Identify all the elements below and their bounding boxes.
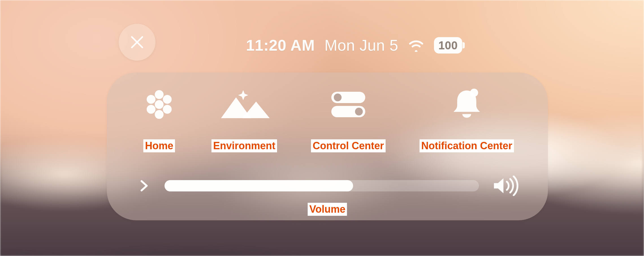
volume-slider[interactable] (165, 180, 479, 191)
panel-item-label: Environment (211, 139, 277, 152)
status-bar: 11:20 AM Mon Jun 5 100 (246, 36, 462, 54)
svg-point-5 (163, 105, 172, 114)
svg-point-3 (155, 100, 163, 109)
svg-point-6 (155, 110, 163, 119)
home-cluster-icon (141, 86, 178, 123)
svg-point-8 (334, 93, 342, 101)
panel-item-home[interactable]: Home (141, 86, 178, 152)
svg-point-2 (163, 95, 172, 104)
volume-label: Volume (308, 203, 347, 216)
svg-point-0 (155, 90, 163, 99)
panel-item-control-center[interactable]: Control Center (311, 86, 386, 152)
battery-indicator: 100 (434, 37, 462, 54)
volume-speaker-button[interactable] (491, 174, 520, 197)
panel-item-environment[interactable]: Environment (211, 86, 277, 152)
wifi-icon (408, 39, 424, 52)
speaker-icon (492, 176, 519, 196)
panel-top-row: Home Environment (107, 86, 548, 152)
control-panel: Home Environment (107, 72, 548, 220)
svg-point-10 (355, 108, 363, 116)
mountains-sparkle-icon (217, 86, 271, 123)
volume-expand-button[interactable] (135, 177, 152, 195)
panel-item-label: Control Center (311, 139, 386, 152)
close-icon (129, 34, 145, 50)
volume-slider-fill (165, 180, 353, 191)
svg-point-1 (147, 95, 155, 104)
status-time: 11:20 AM (246, 36, 315, 54)
toggles-icon (327, 86, 369, 123)
panel-item-label: Home (143, 139, 175, 152)
panel-item-notification-center[interactable]: Notification Center (420, 86, 514, 152)
panel-item-label: Notification Center (420, 139, 514, 152)
volume-row (135, 174, 520, 197)
bell-icon (447, 86, 487, 123)
svg-point-11 (470, 89, 478, 97)
close-button[interactable] (119, 24, 155, 61)
chevron-right-icon (137, 178, 150, 194)
svg-point-4 (147, 105, 155, 114)
battery-level: 100 (438, 37, 458, 54)
status-date: Mon Jun 5 (324, 36, 398, 54)
